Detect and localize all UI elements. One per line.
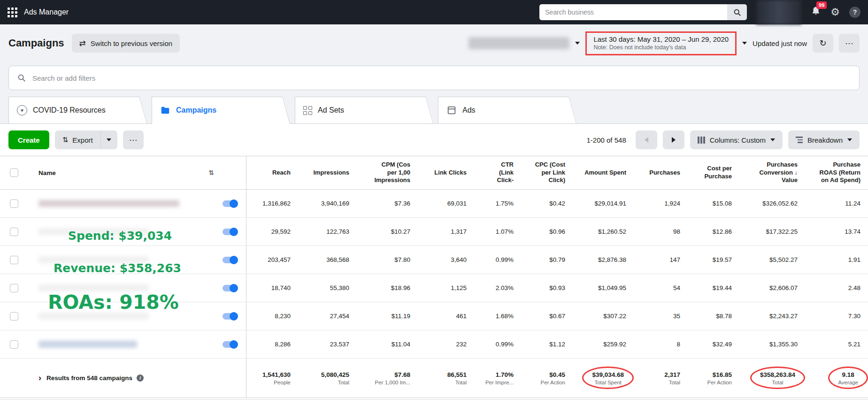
settings-gear-icon[interactable]: ⚙ xyxy=(830,7,840,17)
app-grid-icon[interactable] xyxy=(8,8,17,17)
row-checkbox[interactable] xyxy=(10,340,18,349)
columns-button[interactable]: Columns: Custom xyxy=(690,130,783,149)
campaign-name-cell[interactable] xyxy=(28,313,221,320)
tab-covid-19-resources[interactable]: ♥COVID-19 Resources xyxy=(8,97,147,124)
create-button[interactable]: Create xyxy=(8,130,49,149)
date-range-selector[interactable]: Last 30 days: May 31, 2020 – Jun 29, 202… xyxy=(585,31,737,55)
pagination-label: 1-200 of 548 xyxy=(587,136,626,144)
campaign-active-toggle[interactable] xyxy=(223,285,238,291)
column-header-amount-spent[interactable]: Amount Spent xyxy=(573,169,634,177)
campaign-active-toggle[interactable] xyxy=(223,341,238,348)
filter-search-input[interactable] xyxy=(32,74,851,82)
business-search-input[interactable] xyxy=(539,4,727,20)
metric-cell-cpc-cost: $0.79 xyxy=(521,256,573,263)
toggle-cell xyxy=(221,246,246,274)
campaign-name-cell[interactable] xyxy=(28,284,221,291)
row-checkbox[interactable] xyxy=(10,256,18,264)
column-header-cost-per[interactable]: Cost per Purchase xyxy=(688,165,739,181)
header-right: Last 30 days: May 31, 2020 – Jun 29, 202… xyxy=(469,31,860,55)
row-checkbox[interactable] xyxy=(10,284,18,292)
results-summary-cell[interactable]: ›Results from 548 campaignsi xyxy=(28,373,221,383)
metric-cell-ctr: 0.99% xyxy=(474,256,521,263)
toolbar-more-button[interactable]: ··· xyxy=(123,130,144,149)
column-header-link-clicks[interactable]: Link Clicks xyxy=(418,169,474,177)
toggle-cell xyxy=(221,302,246,330)
table-row: 1,316,8623,940,169$7.3669,0311.75%$0.42$… xyxy=(0,190,868,218)
tab-campaigns[interactable]: Campaigns xyxy=(152,97,290,124)
campaign-active-toggle[interactable] xyxy=(223,229,238,235)
footer-sublabel: Average xyxy=(838,380,858,385)
metric-cell-purchases: 147 xyxy=(634,256,688,263)
refresh-button[interactable]: ↻ xyxy=(813,34,833,53)
breakdown-button[interactable]: Breakdown xyxy=(788,130,860,149)
table-row: 8,28623,537$11.042320.99%$1.12$259.928$3… xyxy=(0,330,868,359)
blurred-campaign-name xyxy=(38,200,179,207)
search-button[interactable] xyxy=(727,4,747,20)
sort-icon[interactable]: ⇅ xyxy=(208,169,221,176)
page-title: Campaigns xyxy=(8,37,64,49)
metric-cell-cpm-cos: $7.80 xyxy=(357,256,418,263)
column-header-purchases[interactable]: Purchases xyxy=(634,169,688,177)
toggle-column-header xyxy=(221,156,246,189)
row-checkbox[interactable] xyxy=(10,199,18,208)
metric-cell-cpm-cos: $11.04 xyxy=(357,341,418,348)
column-header-purchase[interactable]: Purchase ROAS (Return on Ad Spend) xyxy=(805,161,868,185)
account-caret-icon[interactable] xyxy=(575,42,580,45)
help-icon[interactable]: ? xyxy=(849,7,860,18)
profile-area[interactable] xyxy=(756,0,801,24)
prev-page-button[interactable] xyxy=(636,130,657,149)
campaign-active-toggle[interactable] xyxy=(223,257,238,263)
row-checkbox[interactable] xyxy=(10,312,18,321)
tab-ads[interactable]: Ads xyxy=(438,97,576,124)
campaign-active-toggle[interactable] xyxy=(223,313,238,320)
metric-cell-reach: 18,740 xyxy=(246,284,298,291)
metric-cell-amount-spent: $307.22 xyxy=(573,313,634,320)
metric-cell-purchases: $2,606.07 xyxy=(739,284,805,291)
select-all-checkbox[interactable] xyxy=(10,168,18,177)
ad-sets-grid-icon xyxy=(303,106,312,115)
footer-sublabel: Total xyxy=(772,380,783,385)
export-button[interactable]: ⇅ Export xyxy=(55,130,100,149)
tab-label: COVID-19 Resources xyxy=(33,106,106,115)
footer-value: $7.68 xyxy=(394,371,410,378)
metric-cell-cpc-cost: $0.42 xyxy=(521,200,573,207)
metric-cell-purchase: 11.24 xyxy=(805,200,868,207)
metric-cell-ctr: 1.07% xyxy=(474,228,521,235)
column-header-name[interactable]: Name⇅ xyxy=(28,169,221,176)
tab-ad-sets[interactable]: Ad Sets xyxy=(295,97,433,124)
column-header-cpc-cost[interactable]: CPC (Cost per Link Click) xyxy=(521,161,573,185)
notifications-bell[interactable]: 99 xyxy=(811,6,821,18)
campaign-active-toggle[interactable] xyxy=(223,200,238,207)
notification-badge: 99 xyxy=(816,1,827,9)
expand-chevron-icon[interactable]: › xyxy=(38,373,41,383)
column-header-impressions[interactable]: Impressions xyxy=(298,169,357,177)
footer-value: 86,551 xyxy=(447,371,467,378)
date-caret-icon[interactable] xyxy=(742,42,747,45)
export-caret-button[interactable] xyxy=(100,130,117,149)
annotation-revenue: Revenue: $358,263 xyxy=(54,261,181,275)
switch-version-button[interactable]: ⇄ Switch to previous version xyxy=(72,34,180,53)
column-header-reach[interactable]: Reach xyxy=(246,169,298,177)
header-more-button[interactable]: ··· xyxy=(839,34,860,53)
campaign-name-cell[interactable] xyxy=(28,341,221,348)
footer-value: 5,080,425 xyxy=(321,371,349,378)
info-icon[interactable]: i xyxy=(137,374,144,382)
metric-cell-purchase: 5.21 xyxy=(805,341,868,348)
next-page-button[interactable] xyxy=(663,130,684,149)
column-header-purchases[interactable]: Purchases Conversion ↓ Value xyxy=(739,161,805,185)
column-header-ctr[interactable]: CTR (Link Click- xyxy=(474,161,521,185)
row-checkbox-cell xyxy=(0,256,28,264)
footer-metric-cpc-cost: $0.45Per Action xyxy=(521,371,573,385)
metric-cell-cost-per: $8.78 xyxy=(688,313,739,320)
row-checkbox[interactable] xyxy=(10,228,18,236)
breakdown-label: Breakdown xyxy=(807,136,843,144)
campaign-name-cell[interactable] xyxy=(28,200,221,207)
footer-value: $39,034.68 xyxy=(592,371,624,378)
metric-cell-cpm-cos: $10.27 xyxy=(357,228,418,235)
account-selector[interactable] xyxy=(469,37,569,49)
column-header-cpm-cos[interactable]: CPM (Cos per 1,00 Impressions xyxy=(357,161,418,185)
annotation-spend: Spend: $39,034 xyxy=(68,229,172,243)
metric-cell-ctr: 1.75% xyxy=(474,200,521,207)
ads-manager-page: Ads Manager 99 ⚙ ? Campaigns ⇄ Switch to… xyxy=(0,0,868,405)
toggle-knob xyxy=(230,340,238,349)
